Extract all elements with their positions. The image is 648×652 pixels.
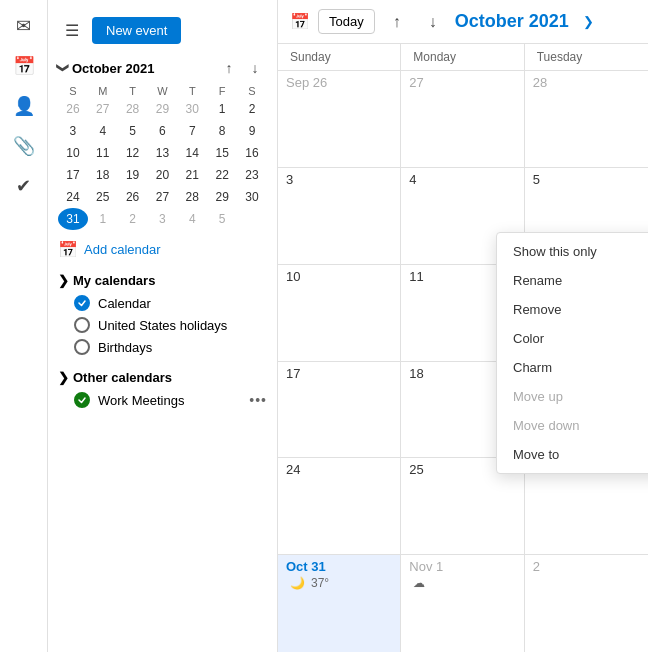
cal-grid-header: Sunday Monday Tuesday bbox=[278, 44, 648, 71]
mini-cal-day[interactable]: 28 bbox=[177, 186, 207, 208]
mini-cal-day[interactable]: 6 bbox=[148, 120, 178, 142]
cal-row-1: Sep 26 27 28 bbox=[278, 71, 648, 168]
ctx-charm[interactable]: Charm › bbox=[497, 353, 648, 382]
ctx-show-this-only[interactable]: Show this only bbox=[497, 237, 648, 266]
mini-cal-day[interactable]: 8 bbox=[207, 120, 237, 142]
cal-cell-10[interactable]: 10 bbox=[278, 265, 401, 361]
cal-cell-3[interactable]: 3 bbox=[278, 168, 401, 264]
mini-cal-day[interactable]: 15 bbox=[207, 142, 237, 164]
my-calendars-label: My calendars bbox=[73, 273, 155, 288]
cal-cell-sep28[interactable]: 28 bbox=[525, 71, 648, 167]
mini-cal-day[interactable]: 2 bbox=[237, 98, 267, 120]
cal-cell-24[interactable]: 24 bbox=[278, 458, 401, 554]
mini-cal-day[interactable]: 28 bbox=[118, 98, 148, 120]
mini-cal-day[interactable]: 23 bbox=[237, 164, 267, 186]
my-calendars-header[interactable]: ❯ My calendars bbox=[48, 269, 277, 292]
cell-date: 10 bbox=[286, 269, 300, 284]
mini-cal-day[interactable]: 31 bbox=[58, 208, 88, 230]
top-bar: ☰ New event bbox=[48, 8, 277, 52]
add-calendar-button[interactable]: 📅 Add calendar bbox=[48, 234, 277, 265]
mini-cal-day[interactable]: 9 bbox=[237, 120, 267, 142]
mini-cal-day[interactable]: 24 bbox=[58, 186, 88, 208]
cal-cell-sep26[interactable]: Sep 26 bbox=[278, 71, 401, 167]
mini-cal-day[interactable]: 5 bbox=[118, 120, 148, 142]
mini-cal-next-button[interactable]: ↓ bbox=[243, 56, 267, 80]
cal-item-us-holidays[interactable]: United States holidays bbox=[48, 314, 277, 336]
mini-cal-day[interactable]: 29 bbox=[207, 186, 237, 208]
mini-cal-day[interactable]: 25 bbox=[88, 186, 118, 208]
mini-cal-day[interactable]: 19 bbox=[118, 164, 148, 186]
ctx-color[interactable]: Color › bbox=[497, 324, 648, 353]
cal-item-calendar[interactable]: Calendar bbox=[48, 292, 277, 314]
ctx-move-up-label: Move up bbox=[513, 389, 563, 404]
mini-cal-day[interactable]: 13 bbox=[148, 142, 178, 164]
mini-cal-grid: S M T W T F S 26272829301234567891011121… bbox=[58, 84, 267, 230]
mini-cal-day[interactable]: 26 bbox=[118, 186, 148, 208]
cal-item-birthdays[interactable]: Birthdays bbox=[48, 336, 277, 358]
mini-cal-day[interactable]: 14 bbox=[177, 142, 207, 164]
today-button[interactable]: Today bbox=[318, 9, 375, 34]
topbar-prev-button[interactable]: ↑ bbox=[383, 8, 411, 36]
mini-cal-day[interactable]: 2 bbox=[118, 208, 148, 230]
mini-cal-day[interactable]: 26 bbox=[58, 98, 88, 120]
cal-checkbox-work-meetings[interactable] bbox=[74, 392, 90, 408]
mini-cal-day[interactable]: 4 bbox=[88, 120, 118, 142]
mini-cal-day[interactable]: 12 bbox=[118, 142, 148, 164]
topbar-month-dropdown-button[interactable]: ❯ bbox=[577, 10, 601, 34]
mini-cal-day[interactable]: 29 bbox=[148, 98, 178, 120]
cal-cell-nov1[interactable]: Nov 1 ☁ bbox=[401, 555, 524, 652]
mini-cal-day[interactable]: 30 bbox=[177, 98, 207, 120]
cal-item-work-meetings[interactable]: Work Meetings ••• bbox=[48, 389, 277, 411]
mini-cal-header: ❯ October 2021 ↑ ↓ bbox=[58, 56, 267, 80]
cal-cell-nov2[interactable]: 2 bbox=[525, 555, 648, 652]
other-calendars-collapse-icon: ❯ bbox=[58, 370, 69, 385]
calendar-icon[interactable]: 📅 bbox=[6, 48, 42, 84]
mini-cal-day[interactable]: 27 bbox=[88, 98, 118, 120]
add-calendar-icon: 📅 bbox=[58, 240, 78, 259]
mini-cal-day[interactable]: 20 bbox=[148, 164, 178, 186]
ctx-remove[interactable]: Remove bbox=[497, 295, 648, 324]
mini-cal-day[interactable]: 16 bbox=[237, 142, 267, 164]
mini-cal-day[interactable]: 11 bbox=[88, 142, 118, 164]
mini-cal-day[interactable]: 21 bbox=[177, 164, 207, 186]
mini-cal-day[interactable]: 3 bbox=[58, 120, 88, 142]
mini-cal-day[interactable]: 10 bbox=[58, 142, 88, 164]
cal-cell-17[interactable]: 17 bbox=[278, 362, 401, 458]
mini-cal-day[interactable]: 7 bbox=[177, 120, 207, 142]
cal-checkbox-calendar[interactable] bbox=[74, 295, 90, 311]
other-calendars-header[interactable]: ❯ Other calendars bbox=[48, 366, 277, 389]
mini-cal-day[interactable]: 4 bbox=[177, 208, 207, 230]
cal-cell-sep27[interactable]: 27 bbox=[401, 71, 524, 167]
mini-cal-prev-button[interactable]: ↑ bbox=[217, 56, 241, 80]
cloud-icon: ☁ bbox=[413, 576, 425, 590]
mini-cal-day[interactable]: 1 bbox=[207, 98, 237, 120]
mini-cal-dow-thu: T bbox=[177, 84, 207, 98]
mail-icon[interactable]: ✉ bbox=[6, 8, 42, 44]
ctx-move-to-label: Move to bbox=[513, 447, 559, 462]
hamburger-button[interactable]: ☰ bbox=[56, 14, 88, 46]
mini-cal-day[interactable]: 18 bbox=[88, 164, 118, 186]
topbar-next-button[interactable]: ↓ bbox=[419, 8, 447, 36]
mini-cal-title[interactable]: ❯ October 2021 bbox=[58, 61, 154, 76]
topbar-month-title[interactable]: October 2021 bbox=[455, 11, 569, 32]
mini-cal-day[interactable]: 30 bbox=[237, 186, 267, 208]
attachment-icon[interactable]: 📎 bbox=[6, 128, 42, 164]
topbar-calendar-icon: 📅 bbox=[290, 12, 310, 31]
ctx-move-to[interactable]: Move to › bbox=[497, 440, 648, 469]
people-icon[interactable]: 👤 bbox=[6, 88, 42, 124]
todo-icon[interactable]: ✔ bbox=[6, 168, 42, 204]
mini-cal-day[interactable]: 1 bbox=[88, 208, 118, 230]
mini-cal-day[interactable]: 27 bbox=[148, 186, 178, 208]
cal-checkbox-us-holidays[interactable] bbox=[74, 317, 90, 333]
cal-checkbox-birthdays[interactable] bbox=[74, 339, 90, 355]
cal-cell-oct31[interactable]: Oct 31 🌙 37° bbox=[278, 555, 401, 652]
mini-cal-day[interactable]: 3 bbox=[148, 208, 178, 230]
ctx-move-down: Move down bbox=[497, 411, 648, 440]
new-event-button[interactable]: New event bbox=[92, 17, 181, 44]
ctx-rename[interactable]: Rename bbox=[497, 266, 648, 295]
mini-cal-day[interactable]: 17 bbox=[58, 164, 88, 186]
work-meetings-more-button[interactable]: ••• bbox=[249, 392, 267, 408]
mini-cal-day[interactable]: 5 bbox=[207, 208, 237, 230]
mini-cal-collapse-arrow[interactable]: ❯ bbox=[56, 63, 70, 73]
mini-cal-day[interactable]: 22 bbox=[207, 164, 237, 186]
